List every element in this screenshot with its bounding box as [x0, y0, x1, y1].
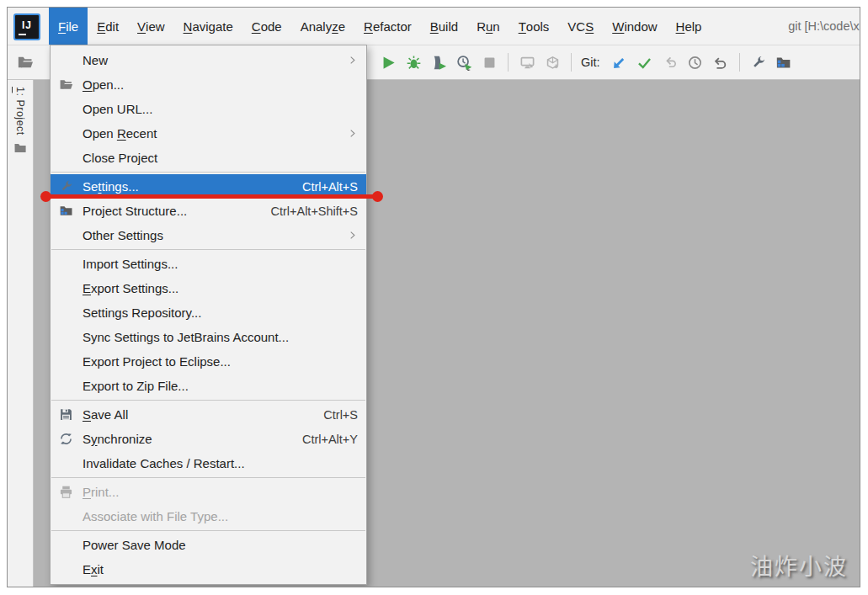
menubar-item-vcs[interactable]: VCS	[558, 8, 603, 45]
folder-closed-icon	[13, 141, 27, 155]
menu-item-label: Open URL...	[83, 102, 152, 116]
file-menu-dropdown: NewOpen...Open URL...Open RecentClose Pr…	[50, 45, 367, 585]
menu-icon-slot	[57, 456, 74, 471]
menubar-item-tools[interactable]: Tools	[509, 8, 559, 45]
menu-item-new[interactable]: New	[51, 48, 366, 72]
menu-item-label: Save All	[83, 407, 128, 422]
menu-item-sync-settings-to-jetbrains-account[interactable]: Sync Settings to JetBrains Account...	[51, 325, 366, 349]
menu-item-close-project[interactable]: Close Project	[51, 146, 366, 170]
menu-item-synchronize[interactable]: SynchronizeCtrl+Alt+Y	[51, 427, 366, 451]
menu-item-import-settings[interactable]: Import Settings...	[51, 252, 366, 276]
menu-separator	[51, 530, 365, 531]
run-icon[interactable]	[375, 50, 401, 75]
menu-item-label: Project Structure...	[83, 204, 187, 218]
menu-separator	[51, 249, 365, 250]
menu-item-save-all[interactable]: Save AllCtrl+S	[51, 402, 366, 427]
watermark: 油炸小波	[750, 549, 848, 582]
menu-item-label: Power Save Mode	[83, 538, 186, 552]
screenshot-frame: IJ FileEditViewNavigateCodeAnalyzeRefact…	[0, 0, 868, 595]
wrench-icon	[57, 179, 74, 194]
menu-item-label: Close Project	[83, 151, 157, 165]
menu-item-label: Open...	[83, 77, 124, 92]
annotation-dot-right	[372, 191, 383, 202]
project-tool-window-label: 1: Project	[14, 87, 26, 135]
menu-item-label: Other Settings	[83, 228, 163, 242]
menu-icon-slot	[57, 330, 74, 345]
rollback-icon	[658, 50, 683, 75]
menu-separator	[51, 172, 365, 173]
menu-icon-slot	[57, 281, 74, 296]
run-coverage-icon[interactable]	[426, 50, 451, 75]
menubar-item-analyze[interactable]: Analyze	[291, 8, 354, 45]
menubar-item-edit[interactable]: Edit	[88, 8, 128, 45]
menu-item-export-project-to-eclipse[interactable]: Export Project to Eclipse...	[51, 349, 366, 374]
menubar-item-help[interactable]: Help	[667, 8, 711, 45]
menu-item-open-url[interactable]: Open URL...	[51, 97, 366, 121]
tool-window-button-project[interactable]: 1: Project	[8, 87, 33, 155]
menu-item-label: Open Recent	[83, 126, 157, 141]
menu-item-exit[interactable]: Exit	[51, 557, 366, 582]
menu-icon-slot	[57, 126, 74, 141]
sync-icon	[57, 432, 74, 447]
menubar-item-code[interactable]: Code	[242, 8, 291, 45]
window-title-path: git [H:\code\xc	[788, 19, 860, 33]
menu-item-label: Associate with File Type...	[83, 509, 228, 523]
toolbar-separator	[571, 53, 572, 72]
revert-icon[interactable]	[708, 50, 733, 75]
menu-icon-slot	[57, 509, 74, 524]
menubar-item-window[interactable]: Window	[603, 8, 666, 45]
menu-item-project-structure[interactable]: Project Structure...Ctrl+Alt+Shift+S	[51, 199, 366, 223]
menubar-item-build[interactable]: Build	[421, 8, 467, 45]
menu-item-settings-repository[interactable]: Settings Repository...	[51, 300, 366, 325]
menu-icon-slot	[57, 562, 74, 577]
menu-item-other-settings[interactable]: Other Settings	[51, 223, 366, 247]
chevron-right-icon	[347, 128, 358, 140]
menu-item-open[interactable]: Open...	[51, 72, 366, 97]
menubar-item-refactor[interactable]: Refactor	[354, 8, 421, 45]
profile-icon[interactable]	[451, 50, 477, 75]
menu-icon-slot	[57, 379, 74, 394]
toolbar-actions: Git:	[375, 45, 796, 79]
project-structure-icon[interactable]	[771, 50, 796, 75]
menu-item-label: Settings Repository...	[83, 305, 201, 320]
attach-icon	[514, 50, 540, 75]
menu-item-associate-with-file-type: Associate with File Type...	[51, 504, 366, 529]
menubar-item-view[interactable]: View	[128, 8, 174, 45]
save-icon	[57, 407, 74, 422]
menu-item-label: Export Project to Eclipse...	[83, 354, 231, 369]
update-project-icon[interactable]	[607, 50, 632, 75]
build-artifact-icon	[540, 50, 565, 75]
menu-item-shortcut: Ctrl+Alt+Y	[279, 433, 358, 446]
history-icon[interactable]	[683, 50, 708, 75]
menu-item-shortcut: Ctrl+S	[300, 408, 358, 422]
project-structure-icon	[57, 204, 74, 219]
commit-icon[interactable]	[632, 50, 658, 75]
menubar-item-navigate[interactable]: Navigate	[174, 8, 242, 45]
stop-icon	[477, 50, 502, 75]
toolbar-separator	[739, 53, 740, 72]
debug-icon[interactable]	[401, 50, 426, 75]
menu-icon-slot	[57, 354, 74, 369]
menu-item-shortcut: Ctrl+Alt+Shift+S	[247, 205, 358, 218]
toolbar-separator	[508, 53, 509, 72]
menu-item-label: Exit	[83, 562, 104, 576]
menu-item-export-settings[interactable]: Export Settings...	[51, 276, 366, 300]
menu-item-open-recent[interactable]: Open Recent	[51, 121, 366, 146]
logo-text: IJ	[22, 20, 32, 30]
menu-item-invalidate-caches-restart[interactable]: Invalidate Caches / Restart...	[51, 451, 366, 475]
printer-icon	[57, 485, 74, 500]
menu-item-label: New	[83, 53, 108, 67]
chevron-right-icon	[347, 55, 358, 66]
menu-icon-slot	[57, 53, 74, 68]
menubar-item-run[interactable]: Run	[467, 8, 509, 45]
menu-items: FileEditViewNavigateCodeAnalyzeRefactorB…	[49, 8, 711, 45]
menu-item-power-save-mode[interactable]: Power Save Mode	[51, 533, 366, 557]
menu-item-export-to-zip-file[interactable]: Export to Zip File...	[51, 374, 366, 398]
menu-item-label: Import Settings...	[83, 257, 178, 271]
annotation-dot-left	[40, 191, 51, 202]
settings-wrench-icon[interactable]	[746, 50, 771, 75]
menubar-item-file[interactable]: File	[49, 8, 88, 45]
left-tool-window-bar: 1: Project	[8, 80, 34, 587]
menu-icon-slot	[57, 228, 74, 243]
menu-item-label: Settings...	[83, 179, 139, 194]
